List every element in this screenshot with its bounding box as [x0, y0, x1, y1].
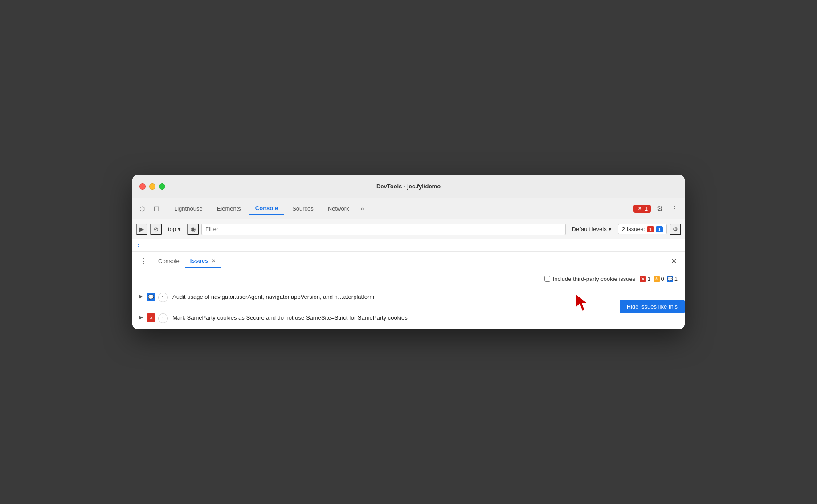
more-options-icon[interactable]: ⋮	[669, 203, 681, 215]
eye-icon[interactable]: ◉	[187, 224, 199, 235]
issues-content: Include third-party cookie issues ✕ 1 ⚠ …	[132, 271, 685, 329]
error-count-val: 1	[647, 276, 650, 282]
tab-more[interactable]: »	[357, 203, 368, 215]
filter-input[interactable]	[201, 224, 566, 235]
close-button[interactable]	[139, 183, 146, 190]
issue-row-1[interactable]: ▶ 💬 1 Audit usage of navigator.userAgent…	[132, 287, 685, 308]
issue-icon-1: 💬	[147, 293, 155, 301]
console-toolbar: ▶ ⊘ top ▾ ◉ Default levels ▾ 2 Issues: 1…	[132, 219, 685, 239]
include-label-text: Include third-party cookie issues	[553, 276, 636, 282]
cursor-arrow	[572, 292, 596, 317]
sub-tab-bar-right: ✕	[668, 256, 679, 267]
panel-area: ⋮ Console Issues ✕ ✕ Include third-party…	[132, 252, 685, 329]
issues-msg-badge: 1	[656, 226, 663, 232]
settings-icon[interactable]: ⚙	[654, 203, 666, 215]
sidebar-toggle-icon[interactable]: ▶	[136, 224, 147, 235]
levels-chevron-icon: ▾	[609, 226, 612, 232]
tab-console[interactable]: Console	[249, 202, 284, 215]
error-icon-sm: ✕	[640, 276, 646, 282]
top-label: top	[168, 226, 176, 232]
minimize-button[interactable]	[149, 183, 155, 190]
tab-lighthouse[interactable]: Lighthouse	[168, 203, 209, 215]
default-levels-button[interactable]: Default levels ▾	[568, 224, 615, 234]
issues-error-count: 1	[649, 227, 652, 232]
tab-bar: ⬡ ☐ Lighthouse Elements Console Sources …	[132, 198, 685, 219]
tab-sources[interactable]: Sources	[286, 203, 320, 215]
msg-icon-sm: 💬	[667, 276, 673, 282]
levels-label: Default levels	[572, 226, 607, 232]
warn-icon-sm: ⚠	[654, 276, 660, 282]
sub-tab-bar: ⋮ Console Issues ✕ ✕	[132, 252, 685, 271]
warn-count-val: 0	[661, 276, 664, 282]
traffic-lights	[139, 183, 165, 190]
error-icon: ✕	[637, 206, 643, 212]
issue-text-2: Mark SameParty cookies as Secure and do …	[172, 313, 408, 322]
error-count-badge: ✕ 1	[640, 276, 650, 282]
panel-more-icon[interactable]: ⋮	[138, 256, 149, 267]
sub-tab-issues-label: Issues	[190, 257, 208, 264]
msg-count-val: 1	[674, 276, 678, 282]
console-prompt[interactable]: ›	[132, 239, 685, 252]
clear-console-icon[interactable]: ⊘	[150, 224, 162, 235]
error-count: 1	[645, 206, 648, 212]
console-settings-icon[interactable]: ⚙	[670, 224, 681, 235]
maximize-button[interactable]	[159, 183, 165, 190]
title-bar: DevTools - jec.fyi/demo	[132, 175, 685, 198]
devtools-window: DevTools - jec.fyi/demo ⬡ ☐ Lighthouse E…	[132, 175, 685, 329]
warn-count-badge: ⚠ 0	[654, 276, 664, 282]
issues-header-bar: Include third-party cookie issues ✕ 1 ⚠ …	[132, 271, 685, 287]
issues-count-badges: ✕ 1 ⚠ 0 💬 1	[640, 276, 678, 282]
msg-count-badge: 💬 1	[667, 276, 678, 282]
expand-arrow-1[interactable]: ▶	[139, 294, 143, 299]
sub-tab-issues-close[interactable]: ✕	[212, 258, 216, 264]
tab-elements[interactable]: Elements	[211, 203, 247, 215]
include-third-party-label[interactable]: Include third-party cookie issues	[544, 276, 636, 282]
panel-close-button[interactable]: ✕	[668, 256, 679, 267]
include-third-party-checkbox[interactable]	[544, 276, 550, 282]
issues-error-badge: 1	[647, 226, 654, 232]
issue-count-1: 1	[158, 293, 168, 302]
cursor-icon[interactable]: ⬡	[136, 203, 148, 215]
issue-icon-2: ✕	[147, 313, 155, 322]
hide-issues-tooltip[interactable]: Hide issues like this	[620, 300, 685, 313]
issues-badge-bar[interactable]: 2 Issues: 1 1	[618, 224, 667, 234]
tab-bar-right: ✕ 1 ⚙ ⋮	[633, 203, 681, 215]
window-title: DevTools - jec.fyi/demo	[376, 183, 441, 190]
issues-label: 2 Issues:	[622, 226, 645, 232]
chevron-down-icon: ▾	[178, 226, 181, 232]
device-icon[interactable]: ☐	[150, 203, 163, 215]
tab-bar-icons: ⬡ ☐	[136, 203, 163, 215]
expand-arrow-2[interactable]: ▶	[139, 315, 143, 320]
issue-count-2: 1	[158, 313, 168, 323]
sub-tab-issues[interactable]: Issues ✕	[185, 255, 221, 268]
issue-text-1: Audit usage of navigator.userAgent, navi…	[172, 293, 374, 301]
error-badge: ✕ 1	[633, 205, 651, 213]
sub-tab-console[interactable]: Console	[153, 255, 185, 267]
top-selector[interactable]: top ▾	[164, 224, 184, 234]
tab-network[interactable]: Network	[322, 203, 355, 215]
prompt-arrow: ›	[138, 242, 139, 248]
issue-row-2[interactable]: ▶ ✕ 1 Mark SameParty cookies as Secure a…	[132, 308, 685, 329]
issues-msg-count: 1	[658, 227, 661, 232]
svg-marker-0	[575, 293, 588, 311]
